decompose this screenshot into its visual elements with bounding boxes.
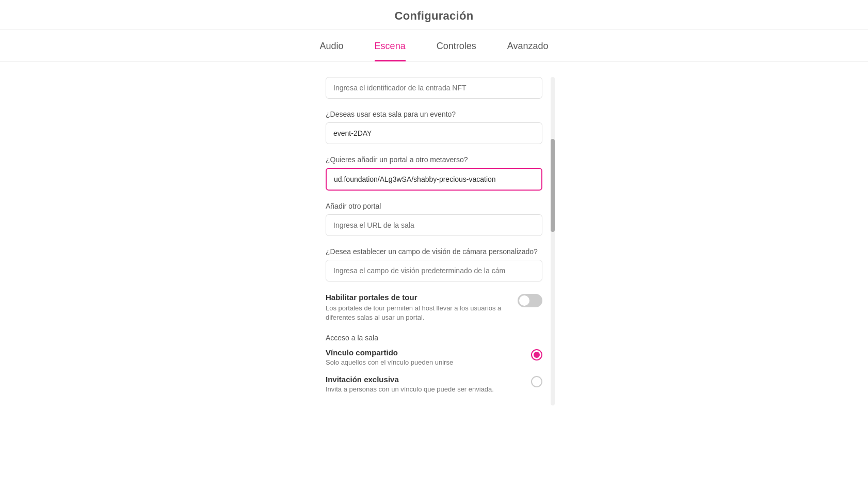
exclusive-invite-title: Invitación exclusiva [326, 375, 531, 384]
exclusive-invite-radio[interactable] [531, 376, 542, 387]
shared-link-option: Vínculo compartido Solo aquellos con el … [326, 348, 542, 367]
scrollbar-thumb[interactable] [551, 139, 555, 232]
exclusive-invite-desc: Invita a personas con un vínculo que pue… [326, 385, 531, 394]
page-header: Configuración [0, 0, 868, 29]
nft-group [326, 77, 542, 99]
portal-group: ¿Quieres añadir un portal a otro metaver… [326, 155, 542, 191]
exclusive-invite-option: Invitación exclusiva Invita a personas c… [326, 375, 542, 394]
tab-avanzado[interactable]: Avanzado [507, 41, 549, 61]
camera-input[interactable] [326, 260, 542, 281]
form-panel: ¿Deseas usar esta sala para un evento? ¿… [326, 77, 542, 405]
shared-link-radio[interactable] [531, 349, 542, 360]
shared-link-desc: Solo aquellos con el vínculo pueden unir… [326, 358, 531, 367]
add-portal-label: Añadir otro portal [326, 202, 542, 210]
tab-escena[interactable]: Escena [375, 41, 406, 61]
shared-link-title: Vínculo compartido [326, 348, 531, 357]
tour-portals-toggle[interactable] [518, 294, 542, 307]
camera-label: ¿Desea establecer un campo de visión de … [326, 247, 542, 256]
scrollbar-track [551, 77, 555, 405]
page-title: Configuración [394, 9, 473, 22]
add-portal-group: Añadir otro portal [326, 202, 542, 236]
nft-input[interactable] [326, 77, 542, 99]
camera-group: ¿Desea establecer un campo de visión de … [326, 247, 542, 281]
tour-portals-row: Habilitar portales de tour Los portales … [326, 293, 542, 322]
event-group: ¿Deseas usar esta sala para un evento? [326, 110, 542, 144]
tab-controles[interactable]: Controles [437, 41, 476, 61]
tab-audio[interactable]: Audio [320, 41, 344, 61]
tabs-bar: Audio Escena Controles Avanzado [0, 29, 868, 61]
room-access-group: Acceso a la sala Vínculo compartido Solo… [326, 334, 542, 394]
main-content: ¿Deseas usar esta sala para un evento? ¿… [0, 61, 868, 421]
tour-portals-title: Habilitar portales de tour [326, 293, 509, 302]
tour-portals-desc: Los portales de tour permiten al host ll… [326, 304, 509, 322]
portal-input[interactable] [326, 168, 542, 191]
add-portal-input[interactable] [326, 214, 542, 236]
tour-portals-text: Habilitar portales de tour Los portales … [326, 293, 509, 322]
event-input[interactable] [326, 122, 542, 144]
room-access-label: Acceso a la sala [326, 334, 542, 342]
portal-label: ¿Quieres añadir un portal a otro metaver… [326, 155, 542, 164]
event-label: ¿Deseas usar esta sala para un evento? [326, 110, 542, 118]
